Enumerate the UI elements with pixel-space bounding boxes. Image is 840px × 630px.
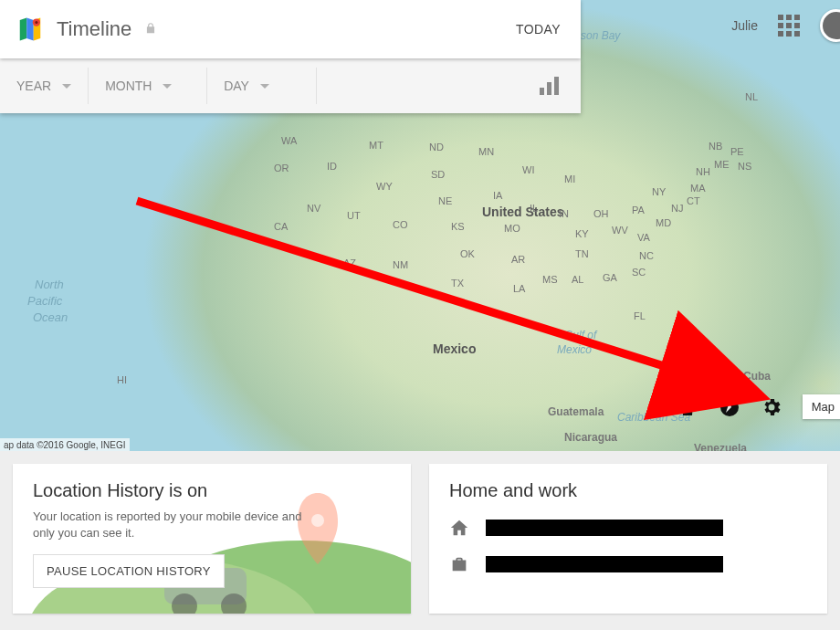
lock-icon (144, 22, 157, 37)
month-select[interactable]: MONTH (89, 68, 207, 104)
svg-point-1 (35, 21, 37, 24)
date-selector-panel: YEAR MONTH DAY (0, 58, 581, 113)
user-name[interactable]: Julie (731, 18, 758, 33)
bottom-panel: Location History is on Your location is … (0, 451, 840, 630)
home-work-title: Home and work (449, 480, 807, 501)
gear-icon[interactable] (761, 396, 782, 418)
year-select-label: YEAR (16, 79, 51, 93)
work-icon (449, 554, 469, 574)
avatar[interactable] (820, 9, 840, 42)
ocean-label: Pacific (27, 294, 62, 308)
timeline-header: Timeline TODAY (0, 0, 581, 58)
country-label-nicaragua: Nicaragua (564, 431, 617, 444)
account-area: Julie (731, 0, 840, 51)
country-label-guatemala: Guatemala (548, 405, 604, 418)
chevron-down-icon (260, 84, 269, 89)
country-label-cuba: Cuba (743, 370, 771, 383)
stats-icon[interactable] (540, 77, 559, 95)
location-history-card: Location History is on Your location is … (13, 464, 411, 614)
today-button[interactable]: TODAY (512, 13, 564, 46)
map-type-chip[interactable]: Map (803, 394, 840, 419)
maps-logo-icon (16, 16, 44, 43)
trash-icon[interactable] (677, 396, 698, 418)
work-row[interactable] (449, 554, 807, 574)
apps-grid-icon[interactable] (778, 15, 800, 37)
sea-label: Mexico (557, 343, 592, 356)
home-row[interactable] (449, 518, 807, 538)
country-label-mexico: Mexico (433, 341, 476, 356)
work-address-redacted (486, 556, 723, 572)
location-history-description: Your location is reported by your mobile… (33, 509, 316, 541)
home-work-card: Home and work (429, 464, 827, 614)
location-history-title: Location History is on (33, 480, 391, 501)
home-icon (449, 518, 469, 538)
ocean-label: North (35, 278, 64, 291)
map-attribution: ap data ©2016 Google, INEGI (0, 438, 130, 452)
page-title: Timeline (57, 17, 131, 41)
country-label-us: United States (482, 205, 563, 219)
chevron-down-icon (62, 84, 71, 89)
sea-label: son Bay (581, 29, 620, 42)
sea-label: Gulf of (564, 329, 596, 341)
day-select-label: DAY (224, 79, 249, 93)
pause-location-history-button[interactable]: PAUSE LOCATION HISTORY (33, 554, 225, 588)
year-select[interactable]: YEAR (0, 68, 89, 104)
month-select-label: MONTH (105, 79, 152, 93)
day-select[interactable]: DAY (207, 68, 317, 104)
ocean-label: Ocean (33, 310, 68, 324)
explore-icon[interactable] (719, 396, 740, 418)
map-controls: Map (677, 394, 824, 419)
home-address-redacted (486, 520, 723, 536)
chevron-down-icon (163, 84, 172, 89)
